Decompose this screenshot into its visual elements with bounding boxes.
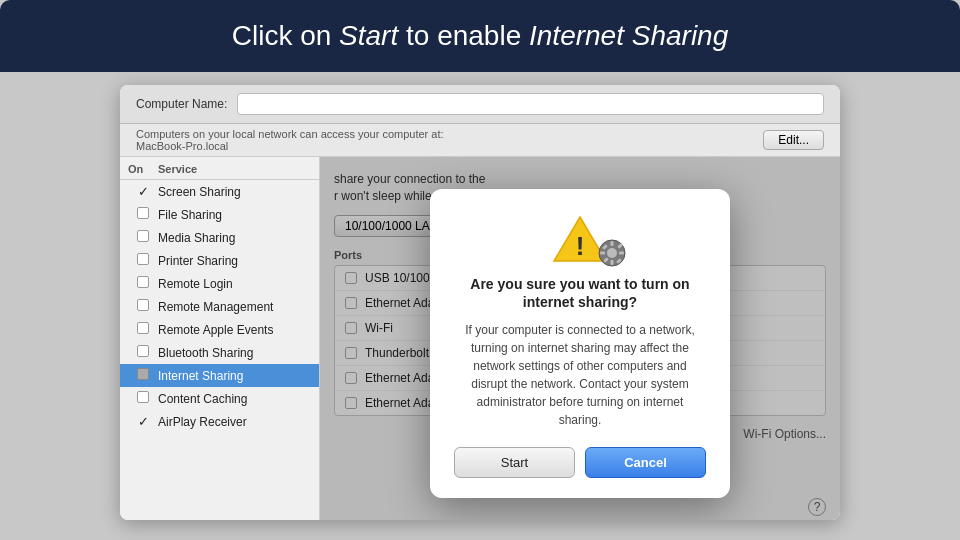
dialog-buttons: Start Cancel	[454, 447, 706, 478]
sidebar-item-bluetooth-sharing[interactable]: Bluetooth Sharing	[120, 341, 319, 364]
right-panel: share your connection to the r won't sle…	[320, 157, 840, 520]
mac-window: Computer Name: Computers on your local n…	[120, 85, 840, 520]
remote-apple-label: Remote Apple Events	[158, 323, 311, 337]
remote-login-label: Remote Login	[158, 277, 311, 291]
col-service-header: Service	[158, 163, 311, 175]
banner-italic-internet: Internet Sharing	[529, 20, 728, 51]
instruction-banner: Click on Start to enable Internet Sharin…	[0, 0, 960, 72]
sidebar-item-remote-management[interactable]: Remote Management	[120, 295, 319, 318]
sidebar-item-file-sharing[interactable]: File Sharing	[120, 203, 319, 226]
banner-text: Click on Start to enable Internet Sharin…	[232, 20, 729, 51]
sidebar-item-content-caching[interactable]: Content Caching	[120, 387, 319, 410]
confirmation-dialog: !	[430, 189, 730, 498]
dialog-overlay: !	[320, 157, 840, 520]
svg-text:!: !	[576, 231, 585, 261]
gear-icon	[598, 239, 626, 267]
screen-sharing-check: ✓	[128, 184, 158, 199]
svg-rect-7	[619, 251, 624, 254]
sidebar-item-remote-apple-events[interactable]: Remote Apple Events	[120, 318, 319, 341]
file-sharing-check	[128, 207, 158, 222]
bluetooth-check	[128, 345, 158, 360]
dialog-body: If your computer is connected to a netwo…	[454, 321, 706, 429]
edit-button[interactable]: Edit...	[763, 130, 824, 150]
svg-rect-4	[611, 241, 614, 246]
computer-name-label: Computer Name:	[136, 97, 227, 111]
computer-name-input[interactable]	[237, 93, 824, 115]
airplay-label: AirPlay Receiver	[158, 415, 311, 429]
printer-sharing-label: Printer Sharing	[158, 254, 311, 268]
sub-bar: Computers on your local network can acce…	[120, 124, 840, 157]
remote-mgmt-check	[128, 299, 158, 314]
svg-rect-6	[600, 251, 605, 254]
svg-rect-5	[611, 260, 614, 265]
content-area: On Service ✓ Screen Sharing File Sharing…	[120, 157, 840, 520]
remote-mgmt-label: Remote Management	[158, 300, 311, 314]
content-caching-check	[128, 391, 158, 406]
screen-sharing-label: Screen Sharing	[158, 185, 311, 199]
banner-italic-start: Start	[339, 20, 398, 51]
remote-login-check	[128, 276, 158, 291]
printer-sharing-check	[128, 253, 158, 268]
svg-point-3	[607, 248, 617, 258]
sidebar-item-screen-sharing[interactable]: ✓ Screen Sharing	[120, 180, 319, 203]
internet-check	[128, 368, 158, 383]
address-description: Computers on your local network can acce…	[136, 128, 444, 152]
service-sidebar: On Service ✓ Screen Sharing File Sharing…	[120, 157, 320, 520]
dialog-title: Are you sure you want to turn on interne…	[454, 275, 706, 311]
sidebar-item-airplay-receiver[interactable]: ✓ AirPlay Receiver	[120, 410, 319, 433]
file-sharing-label: File Sharing	[158, 208, 311, 222]
sidebar-item-internet-sharing[interactable]: Internet Sharing	[120, 364, 319, 387]
sidebar-item-printer-sharing[interactable]: Printer Sharing	[120, 249, 319, 272]
sidebar-item-media-sharing[interactable]: Media Sharing	[120, 226, 319, 249]
media-sharing-check	[128, 230, 158, 245]
sidebar-header: On Service	[120, 157, 319, 180]
top-bar: Computer Name:	[120, 85, 840, 124]
media-sharing-label: Media Sharing	[158, 231, 311, 245]
cancel-button[interactable]: Cancel	[585, 447, 706, 478]
remote-apple-check	[128, 322, 158, 337]
airplay-check: ✓	[128, 414, 158, 429]
bluetooth-label: Bluetooth Sharing	[158, 346, 311, 360]
col-on-header: On	[128, 163, 158, 175]
internet-label: Internet Sharing	[158, 369, 311, 383]
start-button[interactable]: Start	[454, 447, 575, 478]
content-caching-label: Content Caching	[158, 392, 311, 406]
sidebar-item-remote-login[interactable]: Remote Login	[120, 272, 319, 295]
dialog-icon: !	[548, 213, 612, 263]
